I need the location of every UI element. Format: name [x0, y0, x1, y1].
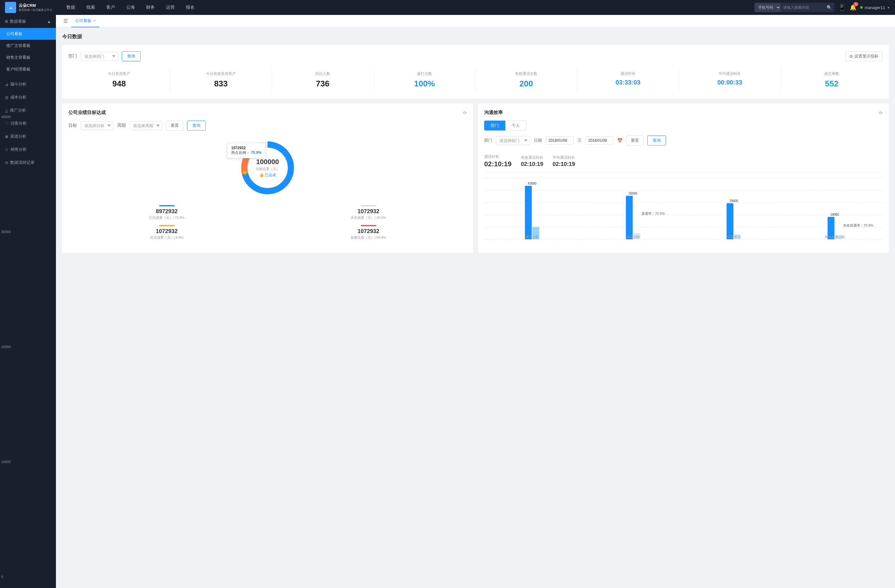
nav-customer[interactable]: 客户: [101, 0, 121, 15]
bar-group-1: 35000 接通率：70.9% 接通次数: [585, 182, 681, 239]
stat-effective-consult: 今日有效首咨客户 833: [170, 67, 272, 92]
avg-time-stat: 平均通话时长 02:10:19: [552, 155, 575, 168]
goal-refresh-icon[interactable]: ⟳: [463, 110, 467, 115]
goal-stat-should-complete: 1072932 应完成量（元）| 8.9%: [68, 225, 265, 240]
stat-deals: 成交单数 552: [781, 67, 883, 92]
comm-date-from[interactable]: [546, 136, 574, 144]
y-label-2: 30000: [1, 230, 13, 234]
settings-button[interactable]: ⚙ 设置显示指标: [845, 51, 883, 61]
talk-time-value: 02:10:19: [484, 160, 511, 168]
effective-time-value: 02:10:19: [521, 161, 543, 168]
goal-stat-over-complete: 1072932 超额完成（元）| 89.9%: [270, 225, 467, 240]
goal-completed-label: 已完成量（元）| 70.9%: [68, 215, 265, 220]
comm-tab-personal[interactable]: 个人: [505, 121, 526, 130]
goal-period-select[interactable]: 请选择周期: [130, 121, 162, 130]
tab-label: 公司看板: [75, 18, 91, 24]
bar-pair-1: 接通率：70.9%: [626, 196, 640, 239]
stat-value-5: 03:33:03: [580, 79, 677, 86]
comm-title: 沟通效率: [484, 110, 503, 116]
goal-query-button[interactable]: 查询: [187, 121, 206, 130]
nav-finance[interactable]: 财务: [141, 0, 160, 15]
logo: ☁ 云朵CRM 教育机构一站式服务云平台: [5, 2, 61, 13]
donut-unit-label: 目标总量（元）: [256, 167, 280, 171]
nav-leads[interactable]: 线索: [81, 0, 101, 15]
logo-icon: ☁: [5, 2, 16, 13]
nav-items: 数据 线索 客户 公海 财务 运营 报名: [61, 0, 754, 15]
stat-effective-calls: 有效通话次数 200: [475, 67, 577, 92]
stat-value-1: 833: [173, 79, 269, 89]
online-indicator: [860, 6, 863, 9]
search-button[interactable]: 🔍: [824, 3, 834, 12]
date-separator: 至: [577, 138, 582, 143]
app-body: ⊞ 数据看板 ▲ 公司看板 推广主管看板 销售主管看板 客户经理看板 ⊿ 漏斗分…: [0, 15, 895, 588]
bar-xlabel-3: 有效接通次数: [824, 235, 845, 239]
y-label-3: 20000: [1, 345, 13, 349]
goal-target-label: 目标: [68, 123, 77, 128]
stat-call-duration: 通话时长 03:33:03: [577, 67, 679, 92]
bar-0-main: [525, 186, 532, 239]
nav-data[interactable]: 数据: [61, 0, 81, 15]
bar-pair-0: [525, 186, 539, 239]
dept-select[interactable]: 请选择部门: [81, 52, 118, 61]
goal-over-label: 超额完成（元）| 89.9%: [270, 235, 467, 240]
stat-value-6: 00:00:33: [681, 79, 778, 86]
tab-company-board[interactable]: 公司看板 ✕: [71, 15, 99, 27]
stat-value-7: 552: [783, 79, 880, 89]
nav-operations[interactable]: 运营: [160, 0, 180, 15]
tab-close-icon[interactable]: ✕: [93, 19, 96, 23]
nav-public[interactable]: 公海: [121, 0, 141, 15]
nav-right: 手机号码 🔍 📱 🔔 5 manager11 ▼: [754, 3, 890, 12]
bar-xlabel-0: 拨打次数: [525, 235, 539, 239]
stats-row: 今日首咨客户 948 今日有效首咨客户 833 回访人数 736 拨打次数 10…: [68, 67, 883, 92]
comm-date-label: 日期: [534, 138, 542, 143]
goal-target-select[interactable]: 请选择目标: [81, 121, 114, 130]
donut-tooltip: 1072932 所占比例： 70.9%: [227, 143, 265, 158]
nav-signup[interactable]: 报名: [180, 0, 200, 15]
comm-dept-select[interactable]: 请选择部门: [496, 136, 530, 145]
tab-toggle-icon[interactable]: ☰: [61, 18, 70, 24]
notification-icon[interactable]: 🔔 5: [849, 4, 857, 11]
stat-label-0: 今日首咨客户: [71, 71, 167, 76]
talk-time-label: 通话时长: [484, 154, 511, 159]
avg-time-value: 02:10:19: [552, 161, 575, 168]
comm-tab-dept[interactable]: 部门: [484, 121, 505, 130]
comm-refresh-icon[interactable]: ⟳: [879, 110, 883, 115]
search-type-select[interactable]: 手机号码: [754, 3, 781, 12]
today-query-button[interactable]: 查询: [122, 51, 141, 61]
stat-avg-duration: 平均通话时长 00:00:33: [679, 67, 781, 92]
comm-card: 沟通效率 ⟳ 部门 个人 部门 请选择部门 日期 至: [478, 103, 889, 253]
stat-new-consult: 今日首咨客户 948: [68, 67, 170, 92]
bar-group-0: 43000 拨打次数: [484, 182, 580, 239]
goal-card: 公司业绩目标达成 ⟳ 目标 请选择目标 周期 请选择周期 重置 查询: [62, 103, 473, 253]
settings-icon: ⚙: [849, 54, 853, 59]
page-title: 今日数据: [62, 33, 889, 40]
comm-query-button[interactable]: 查询: [647, 135, 666, 145]
logo-text: 云朵CRM 教育机构一站式服务云平台: [19, 3, 52, 12]
goal-stat-completed: 8972932 已完成量（元）| 70.9%: [68, 205, 265, 220]
bar-1-main: [626, 196, 633, 239]
mobile-icon[interactable]: 📱: [838, 4, 846, 11]
search-input[interactable]: [781, 3, 824, 12]
comm-dept-label: 部门: [484, 138, 492, 143]
y-label-5: 0: [1, 575, 13, 579]
stat-label-7: 成交单数: [783, 71, 880, 76]
comm-reset-button[interactable]: 重置: [626, 135, 643, 145]
comm-section-header: 沟通效率 ⟳: [484, 110, 883, 116]
avg-time-label: 平均通话时长: [552, 155, 575, 161]
y-axis-labels: 50000 40000 30000 20000 10000 0: [0, 0, 14, 579]
stat-revisit: 回访人数 736: [272, 67, 374, 92]
user-dropdown-icon: ▼: [887, 6, 890, 9]
bar-xlabel-2: 有效通话: [727, 235, 740, 239]
donut-chart: 1072932 所占比例： 70.9%: [237, 137, 299, 199]
comm-tabs: 部门 个人: [484, 121, 883, 130]
user-area[interactable]: manager11 ▼: [860, 5, 890, 10]
chart-inner: 43000 拨打次数 35000: [484, 178, 883, 247]
goal-stat-incomplete: 1072932 未完成量（元）| 20.9%: [270, 205, 467, 220]
comm-date-to[interactable]: [586, 136, 613, 144]
goal-title: 公司业绩目标达成: [68, 110, 106, 116]
dept-filter-label: 部门: [68, 53, 77, 59]
bar-group-3: 18000 有效接通率：70.9% 有效接通次数: [787, 182, 883, 239]
stat-value-4: 200: [478, 79, 575, 89]
notification-badge: 5: [853, 2, 858, 6]
goal-reset-button[interactable]: 重置: [166, 121, 184, 130]
